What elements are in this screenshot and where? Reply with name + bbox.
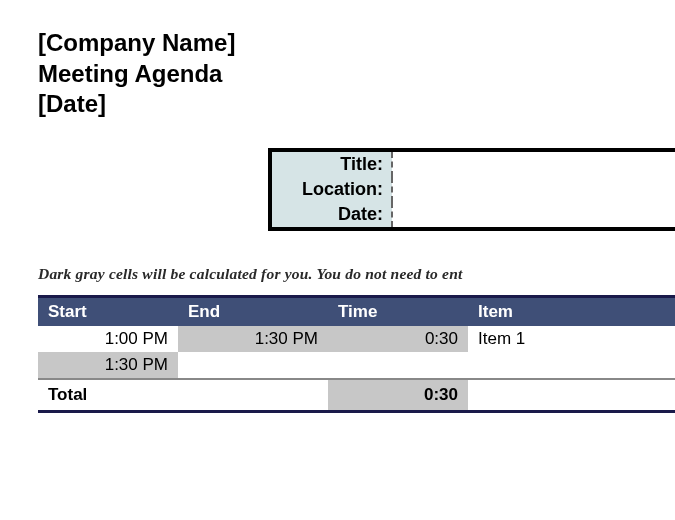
cell-end: 1:30 PM xyxy=(178,326,328,352)
info-value-location[interactable] xyxy=(392,177,675,202)
cell-time: 0:30 xyxy=(328,326,468,352)
total-spacer xyxy=(178,379,328,412)
agenda-header-row: Start End Time Item xyxy=(38,297,675,327)
total-time: 0:30 xyxy=(328,379,468,412)
col-header-start: Start xyxy=(38,297,178,327)
document-header: [Company Name] Meeting Agenda [Date] xyxy=(38,28,675,120)
cell-item[interactable]: Item 1 xyxy=(468,326,675,352)
instruction-note: Dark gray cells will be calculated for y… xyxy=(38,265,675,283)
agenda-table: Start End Time Item 1:00 PM 1:30 PM 0:30… xyxy=(38,295,675,413)
header-date[interactable]: [Date] xyxy=(38,89,675,120)
col-header-end: End xyxy=(178,297,328,327)
info-label-date: Date: xyxy=(270,202,392,229)
info-value-date[interactable] xyxy=(392,202,675,229)
document-title: Meeting Agenda xyxy=(38,59,675,90)
cell-time[interactable] xyxy=(328,352,468,379)
cell-end[interactable] xyxy=(178,352,328,379)
agenda-total-row: Total 0:30 xyxy=(38,379,675,412)
agenda-row: 1:00 PM 1:30 PM 0:30 Item 1 xyxy=(38,326,675,352)
cell-start: 1:30 PM xyxy=(38,352,178,379)
agenda-row: 1:30 PM xyxy=(38,352,675,379)
cell-item[interactable] xyxy=(468,352,675,379)
info-label-location: Location: xyxy=(270,177,392,202)
total-item-spacer xyxy=(468,379,675,412)
info-value-title[interactable] xyxy=(392,150,675,177)
col-header-item: Item xyxy=(468,297,675,327)
col-header-time: Time xyxy=(328,297,468,327)
info-table: Title: Location: Date: xyxy=(268,148,675,231)
cell-start[interactable]: 1:00 PM xyxy=(38,326,178,352)
total-label: Total xyxy=(38,379,178,412)
company-name[interactable]: [Company Name] xyxy=(38,28,675,59)
info-label-title: Title: xyxy=(270,150,392,177)
